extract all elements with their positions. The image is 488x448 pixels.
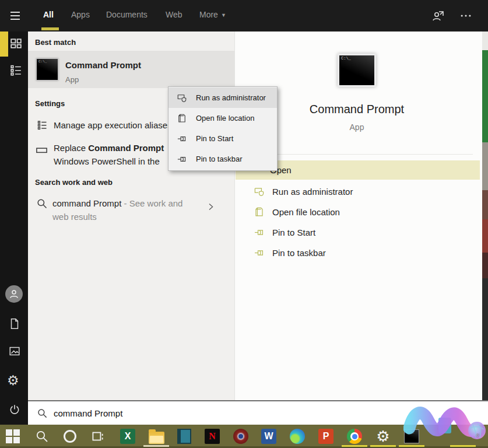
sidebar-accent-bar — [0, 29, 8, 57]
cortana-button[interactable] — [62, 428, 78, 444]
power-icon[interactable] — [8, 403, 21, 416]
search-icon — [35, 429, 49, 443]
word-icon: W — [261, 429, 276, 444]
book-icon — [177, 429, 191, 444]
chevron-down-icon: ▼ — [221, 12, 226, 18]
powerpoint-icon: P — [318, 429, 333, 444]
taskbar-item-game[interactable] — [233, 428, 249, 444]
journal-icon[interactable] — [9, 63, 23, 78]
run-as-admin-icon — [254, 186, 265, 197]
tiles-icon[interactable] — [9, 36, 23, 51]
best-match-subtitle: App — [65, 75, 79, 84]
settings-gear-icon[interactable]: ⚙ — [7, 373, 19, 388]
netflix-icon: N — [205, 429, 220, 444]
active-tab-underline — [41, 27, 59, 30]
menu-item-run-as-admin[interactable]: Run as administrator — [168, 88, 277, 108]
command-prompt-icon-large: C:\_ — [338, 54, 376, 87]
open-file-location-icon — [177, 113, 187, 124]
action-pin-to-taskbar[interactable]: Pin to taskbar — [236, 243, 480, 263]
result-label-bold: Command Prompt — [88, 143, 164, 153]
result-label-prefix: Replace — [54, 143, 88, 153]
web-suffix-line2: web results — [52, 212, 97, 222]
divider — [245, 154, 473, 155]
hamburger-menu-icon[interactable] — [8, 9, 22, 23]
photos-filter-icon[interactable] — [8, 345, 22, 358]
web-suffix: - See work and — [121, 198, 182, 208]
action-pin-to-start[interactable]: Pin to Start — [236, 222, 480, 243]
registered-mark: ® — [476, 433, 480, 439]
best-match-title: Command Prompt — [65, 60, 141, 70]
desktop-background-sliver — [482, 32, 488, 400]
web-query: command Prompt — [52, 198, 121, 208]
taskbar-search-button[interactable] — [34, 428, 50, 444]
settings-header: Settings — [35, 99, 65, 108]
menu-item-label: Pin to taskbar — [196, 155, 243, 163]
more-options-icon[interactable] — [459, 9, 472, 22]
action-label: Open file location — [272, 207, 340, 217]
tab-web[interactable]: Web — [166, 10, 182, 19]
execution-aliases-icon — [36, 119, 48, 131]
result-label: Manage app execution aliases — [54, 120, 172, 130]
avatar[interactable] — [5, 285, 23, 303]
start-button[interactable] — [5, 428, 21, 444]
taskbar-item-file-explorer[interactable] — [148, 428, 164, 444]
search-icon — [36, 198, 48, 209]
pin-icon — [177, 134, 187, 144]
taskbar-item-chrome[interactable] — [346, 428, 363, 444]
menu-item-label: Open file location — [196, 114, 254, 123]
edge-icon — [290, 429, 305, 444]
tab-more[interactable]: More▼ — [199, 10, 226, 19]
tab-all[interactable]: All — [43, 10, 54, 19]
tab-documents[interactable]: Documents — [106, 10, 148, 19]
chevron-right-icon[interactable] — [206, 202, 215, 211]
taskbar-item-word[interactable]: W — [261, 428, 277, 444]
taskbar-item-books[interactable] — [176, 428, 192, 444]
active-app-indicator — [370, 445, 396, 447]
active-app-indicator — [143, 445, 169, 447]
tab-apps[interactable]: Apps — [71, 10, 90, 19]
taskbar-item-edge[interactable] — [289, 428, 306, 444]
account-icon[interactable] — [431, 9, 445, 23]
command-prompt-icon: C:\_ — [36, 58, 58, 80]
windows-logo-icon — [6, 429, 20, 443]
menu-item-pin-to-start[interactable]: Pin to Start — [168, 128, 277, 149]
action-run-as-admin[interactable]: Run as administrator — [236, 181, 480, 202]
pin-icon — [254, 227, 265, 238]
action-label: Pin to Start — [272, 228, 315, 237]
task-view-icon — [90, 429, 105, 444]
documents-filter-icon[interactable] — [8, 317, 21, 331]
pin-icon — [177, 154, 187, 164]
active-app-indicator — [342, 445, 367, 447]
open-file-location-icon — [254, 206, 265, 218]
menu-item-label: Pin to Start — [196, 134, 233, 143]
search-work-web-header: Search work and web — [35, 178, 113, 187]
taskbar-item-settings[interactable]: ⚙ — [375, 428, 391, 444]
file-explorer-icon — [149, 432, 164, 444]
taskbar-item-excel[interactable]: X — [120, 428, 136, 444]
cortana-icon — [64, 430, 76, 443]
eye-icon — [233, 429, 248, 444]
watermark-logo — [403, 400, 488, 448]
result-web-search[interactable]: command Prompt - See work and web result… — [28, 192, 234, 227]
action-label: Pin to taskbar — [272, 248, 326, 258]
best-match-result[interactable]: C:\_ Command Prompt App — [28, 51, 234, 88]
task-view-button[interactable] — [89, 428, 106, 444]
menu-item-open-file-location[interactable]: Open file location — [168, 108, 277, 128]
menu-item-label: Run as administrator — [196, 93, 266, 102]
search-input[interactable] — [54, 408, 427, 418]
taskbar-item-netflix[interactable]: N — [204, 428, 220, 444]
best-match-header: Best match — [35, 38, 76, 47]
gear-icon: ⚙ — [376, 428, 389, 446]
run-as-admin-icon — [177, 93, 187, 103]
action-open-file-location[interactable]: Open file location — [236, 202, 480, 222]
search-icon — [37, 408, 48, 419]
chrome-icon — [347, 429, 362, 444]
search-top-bar: All Apps Documents Web More▼ — [0, 0, 488, 32]
menu-item-pin-to-taskbar[interactable]: Pin to taskbar — [168, 149, 277, 169]
taskbar-item-powerpoint[interactable]: P — [318, 428, 334, 444]
context-menu: Run as administrator Open file location … — [168, 86, 278, 171]
action-label: Run as administrator — [272, 187, 353, 197]
person-icon — [8, 288, 20, 300]
pin-icon — [254, 247, 265, 258]
result-label-line2: Windows PowerShell in the — [54, 156, 160, 166]
